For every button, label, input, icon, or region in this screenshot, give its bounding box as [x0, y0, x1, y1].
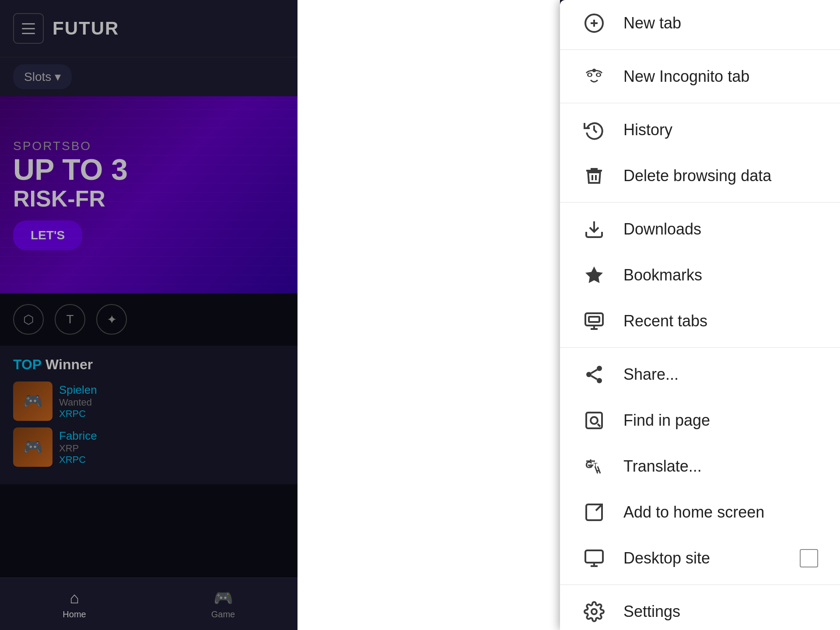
- svg-line-26: [596, 504, 602, 511]
- svg-rect-12: [589, 317, 599, 322]
- menu-item-delete-browsing-data[interactable]: Delete browsing data: [560, 153, 840, 199]
- menu-item-share[interactable]: Share...: [560, 351, 840, 397]
- new-incognito-tab-label: New Incognito tab: [623, 67, 818, 86]
- svg-line-19: [591, 370, 597, 373]
- svg-line-18: [591, 376, 597, 379]
- new-tab-label: New tab: [623, 14, 818, 32]
- download-icon: [582, 217, 606, 241]
- svg-line-22: [598, 424, 600, 427]
- divider-4: [560, 584, 840, 585]
- svg-point-6: [597, 74, 600, 76]
- svg-point-21: [591, 417, 598, 424]
- history-icon: [582, 118, 606, 142]
- svg-point-5: [588, 74, 591, 76]
- menu-item-new-tab[interactable]: New tab: [560, 0, 840, 46]
- svg-rect-8: [589, 171, 599, 172]
- menu-item-new-incognito-tab[interactable]: New Incognito tab: [560, 53, 840, 99]
- bookmarks-label: Bookmarks: [623, 266, 818, 284]
- menu-item-bookmarks[interactable]: Bookmarks: [560, 252, 840, 298]
- svg-point-30: [592, 609, 597, 614]
- find-icon: [582, 408, 606, 432]
- divider-0: [560, 49, 840, 50]
- plus-circle-icon: [582, 11, 606, 35]
- divider-1: [560, 103, 840, 103]
- menu-overlay[interactable]: [0, 0, 298, 630]
- settings-label: Settings: [623, 602, 818, 621]
- menu-item-find-in-page[interactable]: Find in page: [560, 397, 840, 443]
- menu-item-translate[interactable]: G T Translate...: [560, 443, 840, 489]
- menu-item-recent-tabs[interactable]: Recent tabs: [560, 298, 840, 344]
- divider-2: [560, 202, 840, 203]
- svg-marker-10: [585, 266, 603, 283]
- chrome-dropdown-menu: New tab New Incognito tab Hi: [560, 0, 840, 630]
- history-label: History: [623, 121, 818, 139]
- desktop-site-label: Desktop site: [623, 549, 782, 567]
- menu-item-add-to-home-screen[interactable]: Add to home screen: [560, 489, 840, 535]
- settings-icon: [582, 599, 606, 623]
- recent-tabs-label: Recent tabs: [623, 312, 818, 330]
- add-home-icon: [582, 500, 606, 524]
- downloads-label: Downloads: [623, 220, 818, 238]
- delete-browsing-data-label: Delete browsing data: [623, 167, 818, 185]
- translate-icon: G T: [582, 454, 606, 478]
- menu-item-settings[interactable]: Settings: [560, 588, 840, 630]
- svg-point-16: [586, 372, 592, 377]
- svg-point-17: [597, 378, 602, 383]
- svg-point-7: [592, 69, 596, 72]
- translate-label: Translate...: [623, 457, 818, 476]
- recent-tabs-icon: [582, 309, 606, 333]
- star-icon: [582, 263, 606, 287]
- menu-item-desktop-site[interactable]: Desktop site: [560, 535, 840, 581]
- svg-point-15: [597, 366, 602, 371]
- share-icon: [582, 362, 606, 386]
- share-label: Share...: [623, 365, 818, 384]
- menu-item-downloads[interactable]: Downloads: [560, 206, 840, 252]
- menu-item-history[interactable]: History: [560, 107, 840, 153]
- desktop-icon: [582, 546, 606, 570]
- add-to-home-screen-label: Add to home screen: [623, 503, 818, 522]
- incognito-icon: [582, 64, 606, 88]
- svg-rect-27: [585, 550, 603, 563]
- trash-icon: [582, 164, 606, 188]
- right-space: [298, 0, 560, 630]
- desktop-site-checkbox[interactable]: [800, 549, 818, 567]
- find-in-page-label: Find in page: [623, 411, 818, 430]
- divider-3: [560, 347, 840, 348]
